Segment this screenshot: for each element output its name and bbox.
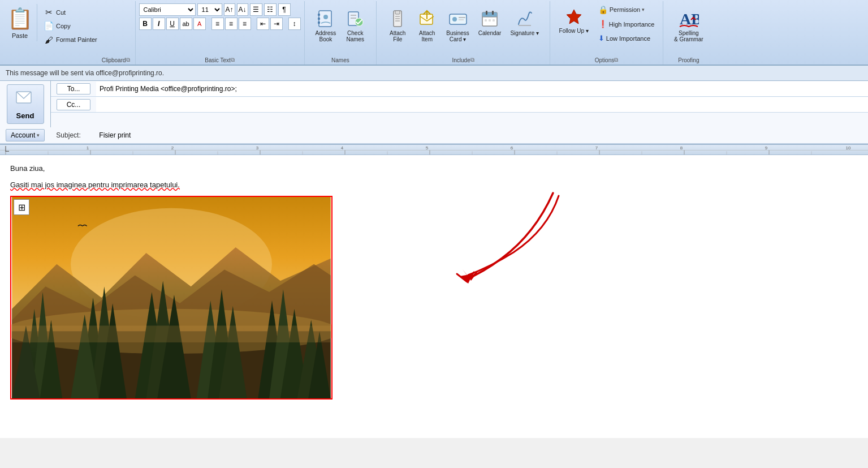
follow-up-button[interactable]: Follow Up ▾ [555,3,593,37]
image-resize-icon: ⊞ [14,199,29,215]
svg-rect-20 [482,12,497,17]
permission-button[interactable]: 🔒 Permission ▾ [595,3,658,16]
body-paragraph: Gasiti mai jos imaginea pentru imprimare… [10,181,858,189]
font-name-select[interactable]: Calibri [139,3,196,16]
calendar-button[interactable]: Calendar [474,6,506,45]
line-spacing-button[interactable]: ↕ [288,18,301,30]
include-group: AttachFile AttachItem [377,1,550,65]
underline-button[interactable]: U [166,18,179,30]
email-body[interactable]: Buna ziua, Gasiti mai jos imaginea pentr… [0,155,868,438]
paste-button[interactable]: 📋 Paste [2,3,37,42]
svg-text:9: 9 [765,146,767,151]
style-button[interactable]: ¶ [278,3,291,16]
high-importance-button[interactable]: ❗ High Importance [595,18,658,30]
message-info-bar: This message will be sent via office@pro… [0,66,868,81]
font-color-button[interactable]: A [193,18,206,30]
to-input[interactable] [96,81,868,96]
indent-decrease-button[interactable]: ⇤ [257,18,269,30]
permission-dropdown-icon: ▾ [642,7,645,12]
greeting-text: Buna ziua, [10,164,858,173]
align-center-button[interactable]: ≡ [225,18,237,30]
to-button[interactable]: To... [57,83,90,95]
spelling-label: Spelling& Grammar [674,30,703,42]
font-shrink-button[interactable]: A↓ [237,3,248,16]
numbering-button[interactable]: ☷ [264,3,277,16]
basic-text-controls: Calibri 11 A↑ A↓ ☰ ☷ ¶ B I U ab A ≡ ≡ [139,3,301,30]
spelling-button[interactable]: ABC Spelling& Grammar [670,6,707,45]
copy-button[interactable]: 📄 Copy [40,19,101,33]
names-group: AddressBook CheckNames Names [305,1,377,65]
clipboard-group-label: Clipboard [102,56,126,63]
proofing-buttons: ABC Spelling& Grammar [667,3,711,48]
format-painter-button[interactable]: 🖌 Format Painter [40,33,101,46]
account-button[interactable]: Account ▾ [6,129,45,141]
strikethrough-button[interactable]: ab [180,18,192,30]
ruler: 1 2 3 4 5 6 7 8 9 10 [0,145,868,155]
account-row: Account ▾ Subject: [0,127,868,144]
to-label-area: To... [51,82,96,96]
svg-rect-10 [395,11,400,14]
clipboard-group: 📋 Paste ✂ Cut 📄 Copy 🖌 Format Painter [0,1,136,65]
font-grow-button[interactable]: A↑ [224,3,235,16]
bullets-button[interactable]: ☰ [250,3,262,16]
align-right-button[interactable]: ≡ [239,18,251,30]
cc-button[interactable]: Cc... [57,99,90,110]
cc-row: Cc... [51,97,868,113]
cut-button[interactable]: ✂ Cut [40,6,101,19]
options-group-label: Options [595,56,614,63]
font-size-select[interactable]: 11 [197,3,222,16]
signature-button[interactable]: Signature ▾ [506,6,543,45]
attach-item-label: AttachItem [419,30,435,42]
svg-text:8: 8 [680,146,683,151]
svg-marker-90 [460,274,473,284]
proofing-group: ABC Spelling& Grammar Proofing [663,1,714,65]
attach-file-button[interactable]: AttachFile [383,6,412,45]
format-row: B I U ab A ≡ ≡ ≡ ⇤ ⇥ ↕ [139,18,301,30]
copy-icon: 📄 [43,21,54,31]
paste-label: Paste [12,32,28,39]
check-names-button[interactable]: CheckNames [341,6,369,45]
address-book-button[interactable]: AddressBook [312,6,340,45]
paste-icon: 📋 [7,6,32,31]
svg-text:7: 7 [595,146,598,151]
subject-input[interactable] [96,128,868,143]
high-importance-icon: ❗ [598,20,607,28]
clipboard-expand-icon[interactable]: ⧉ [126,57,133,63]
attach-item-icon [417,8,437,29]
to-row: To... [51,81,868,97]
svg-rect-3 [318,22,320,24]
include-expand-icon[interactable]: ⧉ [470,57,474,63]
low-importance-label: Low Importance [606,35,650,42]
arrow-annotation [400,184,570,298]
ribbon: 📋 Paste ✂ Cut 📄 Copy 🖌 Format Painter [0,0,868,66]
indent-increase-button[interactable]: ⇥ [270,18,283,30]
svg-rect-88 [12,325,331,342]
image-wrapper: ⊞ [10,196,332,401]
svg-text:2: 2 [171,146,174,151]
svg-text:10: 10 [846,146,852,151]
business-card-button[interactable]: BusinessCard ▾ [442,6,473,45]
send-button[interactable]: Send [7,84,44,124]
italic-button[interactable]: I [153,18,165,30]
svg-rect-22 [486,11,487,15]
subject-label: Subject: [50,131,96,139]
account-label: Account [11,131,35,139]
align-left-button[interactable]: ≡ [211,18,224,30]
svg-text:3: 3 [256,146,258,151]
options-expand-icon[interactable]: ⧉ [614,57,618,63]
send-label: Send [16,111,34,120]
svg-text:4: 4 [341,146,344,151]
signature-icon [515,8,535,29]
content-area: Buna ziua, Gasiti mai jos imaginea pentr… [0,155,868,438]
bold-button[interactable]: B [139,18,152,30]
attach-file-icon [387,8,408,29]
basic-text-expand-icon[interactable]: ⧉ [231,57,235,63]
low-importance-button[interactable]: ⬇ Low Importance [595,32,658,44]
attach-item-button[interactable]: AttachItem [413,6,441,45]
send-icon [15,88,36,110]
calendar-label: Calendar [478,30,502,36]
options-group: Follow Up ▾ 🔒 Permission ▾ ❗ High Import… [550,1,663,65]
cc-input[interactable] [96,97,868,112]
email-image[interactable]: ⊞ [10,196,332,400]
calendar-icon [480,8,500,29]
